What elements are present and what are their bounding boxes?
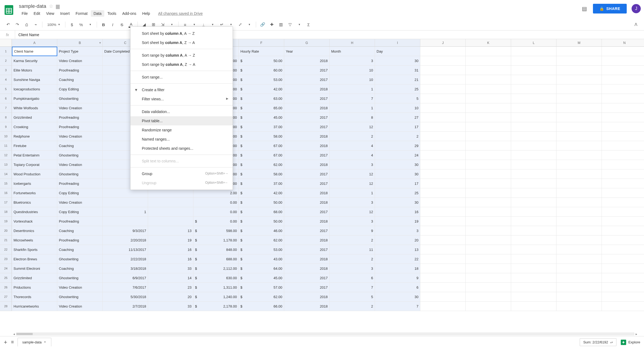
menu-item[interactable]: GroupOption+Shift+→ (130, 169, 233, 178)
cell[interactable] (511, 122, 556, 132)
cell[interactable] (466, 188, 511, 198)
cell[interactable]: $64.00 (239, 264, 284, 273)
cell[interactable]: 2017 (284, 66, 330, 75)
cell[interactable]: Fortunetworks (12, 188, 57, 198)
cell[interactable]: Hourly Rate (239, 47, 284, 56)
cell[interactable] (466, 75, 511, 84)
col-header-H[interactable]: H (330, 39, 375, 47)
cell[interactable]: 17 (375, 179, 420, 188)
cell[interactable] (602, 217, 644, 226)
cell[interactable] (602, 151, 644, 160)
cell[interactable]: $63.00 (239, 94, 284, 103)
cell[interactable] (511, 254, 556, 264)
cell[interactable]: $688.00 (193, 254, 239, 264)
cell[interactable]: 2017 (284, 113, 330, 122)
col-header-A[interactable]: A (12, 39, 57, 47)
cell[interactable]: 2018 (284, 132, 330, 141)
cell[interactable]: 29 (375, 141, 420, 151)
cell[interactable]: Copy Editing (57, 207, 103, 217)
cell[interactable]: Coaching (57, 75, 103, 84)
cell[interactable] (511, 151, 556, 160)
cell[interactable]: $45.00 (239, 273, 284, 283)
menu-help[interactable]: Help (140, 10, 153, 17)
rotate-dd[interactable]: ▼ (245, 21, 254, 29)
row-header-16[interactable]: 16 (0, 188, 12, 198)
cell[interactable] (602, 264, 644, 273)
cell[interactable]: Icecaproductions (12, 84, 57, 94)
cell[interactable]: 5 (375, 94, 420, 103)
cell[interactable]: 18 (375, 264, 420, 273)
cell[interactable]: 10 (330, 66, 375, 75)
row-header-19[interactable]: 19 (0, 217, 12, 226)
cell[interactable] (420, 113, 466, 122)
cell[interactable]: 19 (375, 217, 420, 226)
cell[interactable] (420, 273, 466, 283)
cell[interactable]: 3 (330, 217, 375, 226)
cell[interactable]: $62.00 (239, 236, 284, 245)
cell[interactable]: 1 (330, 103, 375, 113)
cell[interactable] (602, 113, 644, 122)
star-icon[interactable]: ☆ (49, 3, 53, 9)
cell[interactable]: 19 (148, 236, 193, 245)
cell[interactable] (420, 302, 466, 311)
zoom-select[interactable]: 100%▼ (45, 22, 63, 28)
menu-item[interactable]: Sort range by column A, A → Z (130, 51, 233, 60)
cell[interactable] (511, 94, 556, 103)
menu-insert[interactable]: Insert (58, 10, 72, 17)
cell[interactable] (420, 254, 466, 264)
cell[interactable] (556, 207, 602, 217)
cell[interactable] (556, 198, 602, 207)
col-header-M[interactable]: M (556, 39, 602, 47)
row-header-15[interactable]: 15 (0, 179, 12, 188)
cell[interactable] (602, 245, 644, 254)
cell[interactable]: 9/3/2017 (103, 226, 148, 236)
cell[interactable]: $68.00 (239, 207, 284, 217)
cell[interactable] (466, 254, 511, 264)
cell[interactable] (511, 141, 556, 151)
cell[interactable]: Coaching (57, 141, 103, 151)
cell[interactable]: 7/6/2017 (103, 283, 148, 292)
cell[interactable]: $57.00 (239, 283, 284, 292)
cell[interactable]: $53.00 (239, 75, 284, 84)
cell[interactable] (511, 264, 556, 273)
row-header-18[interactable]: 18 (0, 207, 12, 217)
cell[interactable]: $37.00 (239, 179, 284, 188)
col-header-K[interactable]: K (466, 39, 511, 47)
comment-button[interactable]: ✚ (267, 21, 276, 29)
cell[interactable] (556, 47, 602, 56)
col-header-B[interactable]: B▼ (57, 39, 103, 47)
cell[interactable]: $60.00 (239, 66, 284, 75)
menu-add-ons[interactable]: Add-ons (119, 10, 139, 17)
cell[interactable] (556, 103, 602, 113)
cell[interactable] (420, 160, 466, 169)
col-header-I[interactable]: I (375, 39, 420, 47)
cell[interactable]: 3 (330, 56, 375, 66)
cell[interactable] (466, 292, 511, 302)
cell[interactable]: $65.00 (239, 103, 284, 113)
cell[interactable]: 5/30/2018 (103, 292, 148, 302)
cell[interactable]: 2018 (284, 302, 330, 311)
cell[interactable]: $1,178.00 (193, 236, 239, 245)
cell[interactable] (556, 264, 602, 273)
cell[interactable]: 2017 (284, 226, 330, 236)
cell[interactable]: Copy Editing (57, 84, 103, 94)
cell[interactable]: $598.00 (193, 226, 239, 236)
cell[interactable] (466, 302, 511, 311)
cell[interactable]: 3 (375, 226, 420, 236)
cell[interactable] (420, 188, 466, 198)
cell[interactable]: Bluetronics (12, 198, 57, 207)
cell[interactable] (420, 245, 466, 254)
cell[interactable] (148, 207, 193, 217)
row-header-13[interactable]: 13 (0, 160, 12, 169)
filter-button[interactable]: ▽ (286, 21, 294, 29)
redo-button[interactable]: ↷ (13, 21, 22, 29)
cell[interactable]: $66.00 (239, 302, 284, 311)
cell[interactable]: Sunshine Naviga (12, 75, 57, 84)
cell[interactable]: 11 (330, 245, 375, 254)
cell[interactable]: 2017 (284, 283, 330, 292)
cell[interactable]: Firetube (12, 141, 57, 151)
cell[interactable]: 3/18/2018 (103, 264, 148, 273)
cell[interactable]: Ghostwriting (57, 151, 103, 160)
cell[interactable]: Project Type (57, 47, 103, 56)
account-avatar[interactable]: J (632, 4, 641, 13)
